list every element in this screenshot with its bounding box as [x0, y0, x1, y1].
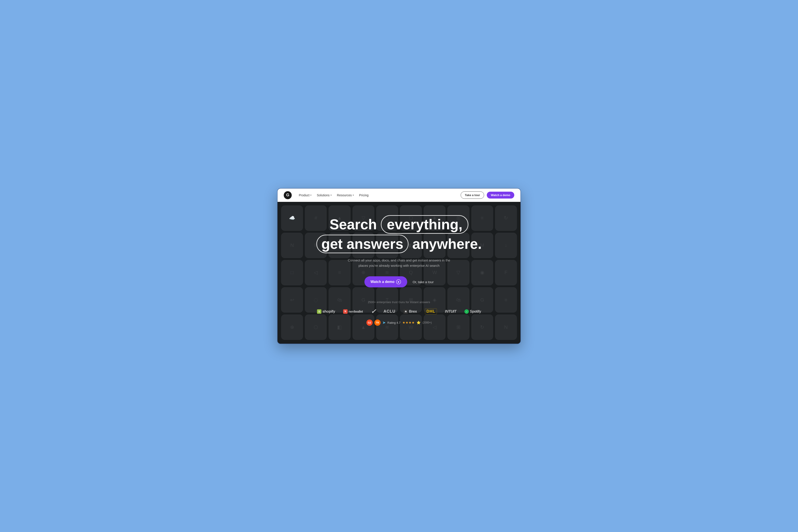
spotify-logo: ♪ Spotify [464, 309, 481, 314]
rating-count: (2000+) [423, 321, 432, 324]
nav-links: Product ▾ Solutions ▾ Resources ▾ Pricin… [299, 193, 453, 197]
watch-demo-nav-button[interactable]: Watch a demo [487, 192, 514, 198]
hero-content: Search everything, get answers anywhere.… [278, 215, 520, 288]
trustradius-badge: TR [374, 320, 381, 326]
brex-logo: ⬒ Brex [404, 309, 417, 314]
watch-demo-hero-button[interactable]: Watch a demo ▶ [365, 276, 407, 287]
navbar: G Product ▾ Solutions ▾ Resources ▾ Pric… [278, 189, 520, 202]
g2-badge: G2 [367, 320, 373, 326]
aclu-logo: ACLU [384, 309, 395, 314]
rating-label: Rating 4.7 [388, 321, 401, 324]
nike-logo: ✓ [371, 308, 375, 315]
half-star-icon: ⭐ [416, 321, 421, 325]
chevron-down-icon: ▾ [353, 194, 354, 196]
hero-title: Search everything, get answers anywhere. [286, 215, 512, 253]
logo: G [284, 191, 292, 199]
pill-get-answers: get answers [316, 235, 409, 253]
brex-icon: ⬒ [404, 309, 408, 314]
rating-stars: ★★★★ [402, 321, 415, 325]
nav-item-solutions[interactable]: Solutions ▾ [317, 193, 332, 197]
take-tour-link-button[interactable]: Or, take a tour [412, 280, 433, 284]
nav-actions: Take a tour Watch a demo [461, 191, 514, 199]
play-icon: ▶ [396, 280, 401, 284]
ratings-row: G2 TR ➤ Rating 4.7 ★★★★ ⭐ (2000+) [286, 320, 512, 326]
hero-title-line1: Search everything, [286, 215, 512, 234]
pill-everything: everything, [381, 215, 468, 234]
hero-buttons: Watch a demo ▶ Or, take a tour [286, 276, 512, 287]
nav-item-resources[interactable]: Resources ▾ [337, 193, 354, 197]
hero-section: ☁️ # ▲ ▽ ⬡ ⬡ ◈ ⊞ ≡ ↻ N ⊞ ▲ ≋ ✉ ◧ ◈ ⊻ M ↓… [278, 202, 520, 344]
capterra-icon: ➤ [383, 320, 386, 325]
brand-logos-row: S shopify N nerdwallet ✓ ACLU ⬒ [286, 308, 512, 315]
chevron-down-icon: ▾ [331, 194, 332, 196]
spotify-icon: ♪ [464, 309, 469, 314]
shopify-icon: S [317, 309, 321, 314]
trust-tagline: 2500+ enterprises trust Guru for instant… [286, 301, 512, 304]
take-tour-button[interactable]: Take a tour [461, 191, 484, 199]
hero-title-line2: get answers anywhere. [286, 235, 512, 253]
browser-window: G Product ▾ Solutions ▾ Resources ▾ Pric… [277, 188, 521, 344]
trust-section: 2500+ enterprises trust Guru for instant… [278, 301, 520, 326]
shopify-logo: S shopify [317, 309, 335, 314]
nav-item-pricing[interactable]: Pricing [359, 193, 369, 197]
intuit-logo: INTUIT [445, 309, 457, 314]
dhl-logo: DHL [425, 308, 437, 315]
nerdwallet-icon: N [343, 309, 348, 314]
nav-item-product[interactable]: Product ▾ [299, 193, 312, 197]
hero-subtitle: Connect all your apps, docs, and chats a… [346, 258, 452, 268]
nerdwallet-logo: N nerdwallet [343, 309, 363, 314]
chevron-down-icon: ▾ [310, 194, 312, 196]
